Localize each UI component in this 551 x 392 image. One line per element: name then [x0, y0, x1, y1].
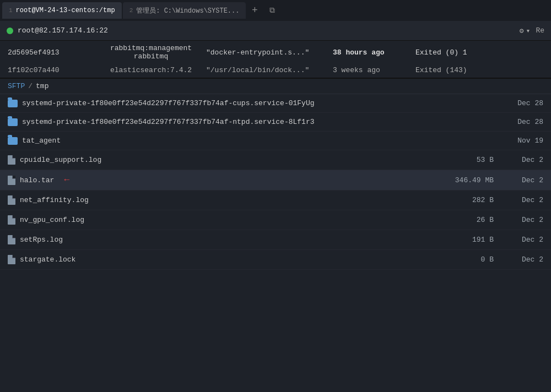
- file-size: 346.49 MB: [450, 176, 494, 184]
- file-name: cpuidle_support.log: [20, 156, 101, 164]
- file-name: tat_agent: [22, 137, 61, 145]
- session-actions: ⚙ ▾ Re: [520, 26, 544, 35]
- docker-row-2: 1f102c07a440 elasticsearch:7.4.2 "/usr/l…: [0, 64, 551, 78]
- tab-bar: 1 root@VM-24-13-centos:/tmp 2 管理员: C:\Wi…: [0, 0, 551, 21]
- docker-image-1: rabbitmq:managementrabbitmq: [96, 44, 206, 61]
- file-date: Dec 2: [510, 216, 543, 224]
- tab-1-number: 1: [9, 7, 13, 14]
- breadcrumb: SFTP / tmp: [0, 79, 551, 94]
- docker-status-2: Exited (143): [415, 66, 467, 74]
- docker-info: 2d5695ef4913 rabbitmq:managementrabbitmq…: [0, 41, 551, 79]
- file-item[interactable]: setRps.log191 BDec 2: [0, 230, 551, 250]
- breadcrumb-current-dir: tmp: [36, 82, 48, 90]
- tab-2-number: 2: [129, 7, 133, 14]
- connection-status-dot: [7, 28, 13, 34]
- file-item[interactable]: systemd-private-1f80e0ff23e54d2297f767f3…: [0, 113, 551, 132]
- file-date: Dec 2: [510, 236, 543, 244]
- folder-icon: [8, 118, 18, 126]
- tab-2-label: 管理员: C:\Windows\SYSTE...: [136, 6, 239, 15]
- file-date: Nov 19: [510, 137, 543, 145]
- file-name: halo.tar: [20, 176, 54, 184]
- docker-status-1: Exited (0) 1: [415, 48, 467, 57]
- docker-id-2: 1f102c07a440: [8, 66, 96, 74]
- file-item[interactable]: halo.tar←346.49 MBDec 2: [0, 170, 551, 190]
- tab-1[interactable]: 1 root@VM-24-13-centos:/tmp: [2, 2, 122, 19]
- file-size: 191 B: [450, 236, 494, 244]
- file-icon: [8, 176, 15, 185]
- session-info: root@82.157.174.16:22: [7, 26, 108, 35]
- file-name: net_affinity.log: [20, 196, 89, 204]
- folder-icon: [8, 100, 18, 107]
- file-name: setRps.log: [20, 236, 63, 244]
- file-item[interactable]: systemd-private-1f80e0ff23e54d2297f767f3…: [0, 94, 551, 113]
- file-icon: [8, 215, 15, 225]
- file-date: Dec 2: [510, 176, 543, 184]
- session-host-label: root@82.157.174.16:22: [18, 26, 108, 35]
- file-item[interactable]: nv_gpu_conf.log26 BDec 2: [0, 210, 551, 230]
- window-button[interactable]: ⧉: [264, 3, 280, 18]
- file-item[interactable]: stargate.lock0 BDec 2: [0, 250, 551, 270]
- file-date: Dec 2: [510, 255, 543, 264]
- arrow-indicator: ←: [64, 175, 69, 185]
- file-size: 0 B: [450, 255, 494, 264]
- file-size: 26 B: [450, 216, 494, 224]
- file-icon: [8, 235, 15, 244]
- file-name: systemd-private-1f80e0ff23e54d2297f767f3…: [22, 118, 315, 126]
- breadcrumb-separator: /: [28, 82, 33, 90]
- breadcrumb-sftp[interactable]: SFTP: [8, 82, 25, 90]
- docker-id-1: 2d5695ef4913: [8, 48, 96, 57]
- file-name: stargate.lock: [20, 255, 75, 264]
- refresh-button[interactable]: Re: [536, 26, 544, 35]
- docker-row-1: 2d5695ef4913 rabbitmq:managementrabbitmq…: [0, 41, 551, 64]
- file-size: 53 B: [450, 156, 494, 164]
- docker-created-2: 3 weeks ago: [333, 66, 415, 74]
- docker-created-1: 38 hours ago: [333, 48, 415, 57]
- file-date: Dec 2: [510, 196, 543, 204]
- file-name: systemd-private-1f80e0ff23e54d2297f767f3…: [22, 99, 315, 107]
- docker-command-2: "/usr/local/bin/dock...": [206, 66, 333, 74]
- folder-icon: [8, 137, 18, 145]
- file-date: Dec 28: [510, 118, 543, 126]
- file-item[interactable]: net_affinity.log282 BDec 2: [0, 190, 551, 210]
- file-item[interactable]: tat_agentNov 19: [0, 132, 551, 150]
- file-icon: [8, 195, 15, 205]
- file-name: nv_gpu_conf.log: [20, 216, 84, 224]
- new-tab-button[interactable]: +: [247, 3, 262, 18]
- settings-icon[interactable]: ⚙ ▾: [520, 26, 531, 35]
- session-bar: root@82.157.174.16:22 ⚙ ▾ Re: [0, 21, 551, 41]
- docker-command-1: "docker-entrypoint.s...": [206, 48, 333, 57]
- tab-2[interactable]: 2 管理员: C:\Windows\SYSTE...: [123, 2, 246, 19]
- file-date: Dec 28: [510, 99, 543, 107]
- file-date: Dec 2: [510, 156, 543, 164]
- file-icon: [8, 255, 15, 264]
- tab-1-label: root@VM-24-13-centos:/tmp: [16, 7, 115, 14]
- file-icon: [8, 155, 15, 165]
- docker-image-2: elasticsearch:7.4.2: [96, 66, 206, 74]
- file-size: 282 B: [450, 196, 494, 204]
- file-item[interactable]: cpuidle_support.log53 BDec 2: [0, 150, 551, 170]
- file-list: systemd-private-1f80e0ff23e54d2297f767f3…: [0, 94, 551, 270]
